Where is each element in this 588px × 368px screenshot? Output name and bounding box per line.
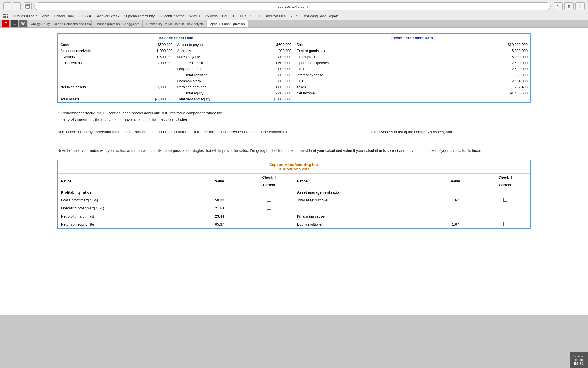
tab-aplia[interactable]: Aplia: Student Question xyxy=(207,20,248,27)
table-row: Common stock 600,000 xyxy=(58,78,294,84)
tab-l[interactable]: L xyxy=(10,20,18,27)
bs-value xyxy=(130,66,175,72)
table-row: Cost of goods sold 5,000,000 xyxy=(294,48,530,54)
menu-bof[interactable]: BoF xyxy=(222,14,228,18)
tab-w[interactable]: W xyxy=(19,20,27,27)
financial-data-tables: Balance Sheet Data Cash $500,000 Account… xyxy=(57,33,531,103)
table-row: EBT 2,164,000 xyxy=(294,78,530,84)
tab-profitability-ratios[interactable]: Profitability Ratios Help In The Analysi… xyxy=(143,20,206,27)
is-label: Taxes xyxy=(294,84,435,90)
col-header-ratios2: Ratios xyxy=(294,174,431,189)
balance-sheet-header: Balance Sheet Data xyxy=(58,34,294,42)
fullscreen-button[interactable]: ⤢ xyxy=(575,2,585,10)
bs-value: 3,000,000 xyxy=(130,60,175,66)
ratio-label: Operating profit margin (%) xyxy=(58,204,195,212)
col-header-check3: Check if xyxy=(480,174,530,181)
tab-f[interactable]: F xyxy=(2,20,10,27)
menu-studentuniverse[interactable]: StudentUniverse xyxy=(159,14,185,18)
menu-supremecommunity[interactable]: Supremecommunity xyxy=(124,14,155,18)
tab-finance-question[interactable]: Finance question | Chegg.com xyxy=(91,20,143,27)
para1-end: . xyxy=(193,117,194,122)
share-button[interactable]: ⬆ xyxy=(564,2,574,10)
bs-value: $600,000 xyxy=(249,42,294,48)
checkbox[interactable] xyxy=(267,198,271,202)
apps-icon[interactable] xyxy=(3,14,8,18)
bs-value xyxy=(130,78,175,84)
menu-cunyfirst[interactable]: CUNYfirst Login xyxy=(13,14,37,18)
checkbox[interactable] xyxy=(503,198,507,202)
is-label: EBT xyxy=(294,78,435,84)
forward-button[interactable]: › xyxy=(13,2,21,10)
bs-label: Inventory xyxy=(58,54,130,60)
check-cell xyxy=(244,204,294,212)
table-row: Operating expenses 2,500,000 xyxy=(294,60,530,66)
ratio-value xyxy=(431,204,480,212)
bs-label: Accounts receivable xyxy=(58,48,130,54)
bs-label: Net fixed assets xyxy=(58,84,130,90)
bs-label xyxy=(58,72,130,78)
table-row: Gross profit 5,000,000 xyxy=(294,54,530,60)
ratio-label: Equity multiplier xyxy=(294,220,431,228)
checkbox[interactable] xyxy=(267,206,271,210)
ratio-label: Return on equity (%) xyxy=(58,220,195,228)
bs-label: Current assets xyxy=(58,60,130,66)
col-header-value: Value xyxy=(195,174,244,189)
dupont-analysis-table: Ratios Value Check if Ratios Value Check… xyxy=(58,174,530,228)
checkbox[interactable] xyxy=(267,222,271,226)
tab-view-button[interactable] xyxy=(24,2,32,10)
menu-wwe[interactable]: WWE UFC Videos xyxy=(189,14,218,18)
check-cell xyxy=(244,220,294,228)
menu-petees[interactable]: PETEE'S PIE CO xyxy=(233,14,260,18)
ratio-value xyxy=(431,212,480,220)
check-cell xyxy=(244,212,294,220)
table-header-row: Ratios Value Check if Ratios Value Check… xyxy=(58,174,530,181)
table-row: Interest expense 336,000 xyxy=(294,72,530,78)
section-label-financing: Financing ratios xyxy=(294,212,431,220)
menu-jobs[interactable]: JOBS ■ xyxy=(79,14,91,18)
menu-red-wing[interactable]: Red Wing Shoe Repair xyxy=(303,14,338,18)
table-row: Net income $1,406,600 xyxy=(294,90,530,96)
is-label: Sales xyxy=(294,42,435,48)
table-row: Long-term debt 2,000,000 xyxy=(58,66,294,72)
table-row: Total liabilities 3,600,000 xyxy=(58,72,294,78)
checkbox[interactable] xyxy=(267,214,271,218)
income-statement-section: Income Statement Data Sales $10,000,000 … xyxy=(294,34,530,102)
table-row: Inventory 1,500,000 Notes payable 800,00… xyxy=(58,54,294,60)
table-row: Current assets 3,000,000 Current liabili… xyxy=(58,60,294,66)
menu-aplia[interactable]: Aplia xyxy=(42,14,50,18)
bs-value: 3,600,000 xyxy=(249,72,294,78)
ratio-value: 1.67 xyxy=(431,196,480,204)
bs-label: Accruals xyxy=(175,48,249,54)
reload-button[interactable]: ↻ xyxy=(554,2,563,10)
table-row: EBIT 2,500,000 xyxy=(294,66,530,72)
bs-value: 600,000 xyxy=(249,78,294,84)
ratio-value: 1.67 xyxy=(431,220,480,228)
table-row: Total assets $6,000,000 Total debt and e… xyxy=(58,96,294,102)
check-cell xyxy=(480,196,530,204)
para1-before: If I remember correctly, the DuPont equa… xyxy=(57,111,222,115)
new-tab-button[interactable]: + xyxy=(250,21,257,27)
browser-toolbar: ‹ › courses.aplia.com ↻ ⬆ ⤢ xyxy=(0,0,588,13)
tab-chegg-study[interactable]: Chegg Study | Guided Solutions and Study… xyxy=(28,20,91,27)
menu-sneaker-sites[interactable]: Sneaker Sites xyxy=(96,14,120,18)
menu-yify[interactable]: YIFY xyxy=(290,14,298,18)
is-value: 5,000,000 xyxy=(435,48,530,54)
bs-value: 1,000,000 xyxy=(130,48,175,54)
menu-school-email[interactable]: School Email xyxy=(54,14,74,18)
bs-value: 200,000 xyxy=(249,48,294,54)
address-bar[interactable]: courses.aplia.com xyxy=(34,2,551,10)
svg-rect-1 xyxy=(26,5,29,6)
para1-mid: , the total asset turnover ratio, and th… xyxy=(93,117,156,122)
back-button[interactable]: ‹ xyxy=(3,2,11,10)
bs-label xyxy=(58,78,130,84)
bs-label: Current liabilities xyxy=(175,60,249,66)
para2-mid: , effectiveness in using the company's a… xyxy=(369,130,452,134)
checkbox[interactable] xyxy=(503,222,507,226)
para2-end: . xyxy=(174,136,175,141)
bs-value xyxy=(130,72,175,78)
analysis-title: DuPont Analysis xyxy=(60,167,528,171)
is-label: Cost of goods sold xyxy=(294,48,435,54)
bs-value: $6,000,000 xyxy=(130,96,175,102)
menu-brooklyn-flea[interactable]: Brooklyn Flea xyxy=(265,14,286,18)
dupont-header: Cepeus Manufacturing Inc. DuPont Analysi… xyxy=(58,160,530,174)
